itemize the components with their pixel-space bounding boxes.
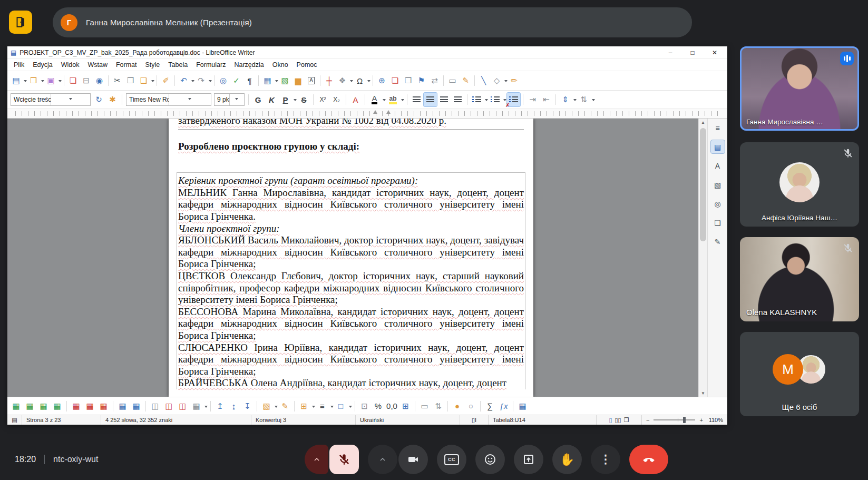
menu-item-tabela[interactable]: Tabela (164, 60, 192, 70)
increase-indent-icon[interactable]: ⇥ (526, 93, 539, 106)
align-right-button[interactable] (437, 93, 451, 106)
copy-icon[interactable]: ❐ (124, 74, 137, 87)
paragraph-spacing-dropdown[interactable] (592, 99, 595, 103)
insert-textbox-icon[interactable]: A (305, 74, 318, 87)
vertical-scrollbar[interactable]: ▲ ▼ (698, 119, 707, 397)
highlight-dropdown[interactable] (401, 99, 404, 103)
borders-dropdown[interactable] (312, 406, 315, 409)
align-top-icon[interactable]: ↥ (213, 399, 227, 413)
camera-toggle-button[interactable] (398, 445, 428, 474)
optimize-size-icon[interactable]: ▦ (190, 399, 203, 413)
clone-formatting-icon[interactable]: ✐ (159, 74, 172, 87)
no-list-button[interactable] (507, 93, 520, 106)
new-document-icon[interactable]: ▤ (9, 74, 23, 87)
sidebar-navigator-icon[interactable]: ◎ (711, 197, 725, 210)
close-button[interactable]: ✕ (705, 46, 724, 58)
borders-icon[interactable]: ⊞ (297, 399, 310, 413)
word-count-status[interactable]: 4 252 słowa, 32 352 znaki (101, 415, 251, 425)
formatting-marks-icon[interactable]: ¶ (243, 74, 256, 87)
sidebar-styles-icon[interactable]: A (711, 159, 725, 172)
scroll-down-arrow[interactable]: ▼ (699, 389, 707, 397)
menu-item-edycja[interactable]: Edycja (28, 60, 57, 70)
background-color-dropdown[interactable] (275, 406, 278, 409)
insert-comment-icon[interactable]: ▭ (446, 74, 459, 87)
sidebar-properties-icon[interactable]: ▤ (711, 140, 725, 153)
present-screen-button[interactable] (514, 445, 543, 474)
cross-reference-icon[interactable]: ⇄ (428, 74, 441, 87)
video-tile-overflow[interactable]: M Ще 6 осіб (740, 332, 859, 416)
select-table-icon[interactable]: ▦ (130, 399, 143, 413)
subscript-button[interactable]: X₂ (330, 93, 343, 106)
font-color-button[interactable]: A (368, 93, 381, 106)
unordered-list-button[interactable] (470, 93, 483, 106)
page-break-icon[interactable]: ╪ (323, 74, 336, 87)
sort-icon[interactable]: ⇅ (432, 399, 445, 413)
ordered-list-button[interactable] (489, 93, 502, 106)
font-size-select[interactable]: 9 pkt (214, 93, 245, 106)
bold-button[interactable]: G (251, 93, 265, 106)
sidebar-inspector-icon[interactable]: ✎ (711, 235, 725, 248)
save-dropdown[interactable] (58, 80, 62, 84)
clear-formatting-icon[interactable]: A (349, 93, 362, 106)
special-character-icon[interactable]: Ω (353, 74, 366, 87)
endnote-icon[interactable]: ❐ (402, 74, 415, 87)
border-style-dropdown[interactable] (330, 406, 334, 409)
scroll-up-arrow[interactable]: ▲ (699, 119, 707, 126)
minimize-button[interactable]: – (661, 46, 680, 58)
menu-item-style[interactable]: Style (141, 60, 164, 70)
more-options-button[interactable]: ⋮ (591, 445, 620, 474)
print-preview-icon[interactable]: ◉ (93, 74, 106, 87)
print-icon[interactable]: ⊟ (80, 74, 93, 87)
horizontal-ruler[interactable] (7, 109, 727, 119)
insert-row-below-icon[interactable]: ▦ (23, 399, 36, 413)
insert-line-icon[interactable]: ╲ (477, 74, 490, 87)
language-status[interactable]: Ukraiński (356, 415, 460, 425)
insert-row-above-icon[interactable]: ▦ (9, 399, 23, 413)
insert-table-icon[interactable]: ▦ (261, 74, 274, 87)
highlight-color-button[interactable]: ab (386, 93, 399, 106)
zoom-in-icon[interactable]: + (699, 417, 703, 423)
show-draw-functions-icon[interactable]: ✏ (508, 74, 521, 87)
menu-item-wstaw[interactable]: Wstaw (83, 60, 112, 70)
number-recognition-icon[interactable]: ⊡ (358, 399, 371, 413)
split-table-icon[interactable]: ◫ (176, 399, 189, 413)
document-page[interactable]: затвердженого наказом МОН України № 1002… (169, 119, 533, 397)
paste-icon[interactable]: ❑ (137, 74, 150, 87)
sidebar-settings-icon[interactable]: ≡ (711, 121, 725, 134)
select-cell-icon[interactable]: ▦ (116, 399, 129, 413)
zoom-slider[interactable] (654, 419, 695, 420)
single-page-view-icon[interactable]: ▯ (609, 417, 612, 424)
align-bottom-icon[interactable]: ↧ (241, 399, 254, 413)
indent-marker[interactable] (386, 110, 391, 114)
insert-column-right-icon[interactable]: ▦ (51, 399, 64, 413)
meet-app-badge[interactable] (9, 11, 32, 34)
optimize-dropdown[interactable] (204, 406, 208, 409)
sidebar-page-icon[interactable]: ❏ (711, 216, 725, 229)
undo-icon[interactable]: ↶ (177, 74, 190, 87)
border-style-icon[interactable]: ≡ (316, 399, 329, 413)
delete-table-icon[interactable]: ▦ (97, 399, 110, 413)
scrollbar-thumb[interactable] (700, 128, 706, 241)
footnote-icon[interactable]: ❏ (388, 74, 402, 87)
font-name-arrow[interactable] (169, 94, 211, 105)
save-icon[interactable]: ▣ (44, 74, 57, 87)
table-cell-status[interactable]: Tabela8:U14 (489, 415, 597, 425)
strikethrough-button[interactable]: S (297, 93, 310, 106)
delete-row-icon[interactable]: ▦ (70, 399, 83, 413)
mic-mute-button[interactable] (329, 445, 359, 474)
reactions-button[interactable] (475, 445, 505, 474)
insert-column-left-icon[interactable]: ▦ (37, 399, 50, 413)
multi-page-view-icon[interactable]: ▯▯ (615, 417, 621, 424)
wrap-icon[interactable]: ▭ (418, 399, 431, 413)
percent-format-icon[interactable]: % (372, 399, 385, 413)
border-color-dropdown[interactable] (349, 406, 352, 409)
split-cells-icon[interactable]: ◫ (162, 399, 175, 413)
underline-dropdown[interactable] (294, 99, 297, 103)
sidebar-gallery-icon[interactable]: ▧ (711, 178, 725, 191)
superscript-button[interactable]: X² (316, 93, 329, 106)
mic-options-button[interactable] (305, 445, 328, 474)
delete-column-icon[interactable]: ▦ (83, 399, 96, 413)
camera-options-button[interactable] (368, 445, 397, 474)
open-file-icon[interactable]: ❒ (27, 74, 40, 87)
paragraph-spacing-icon[interactable]: ⇅ (577, 93, 590, 106)
